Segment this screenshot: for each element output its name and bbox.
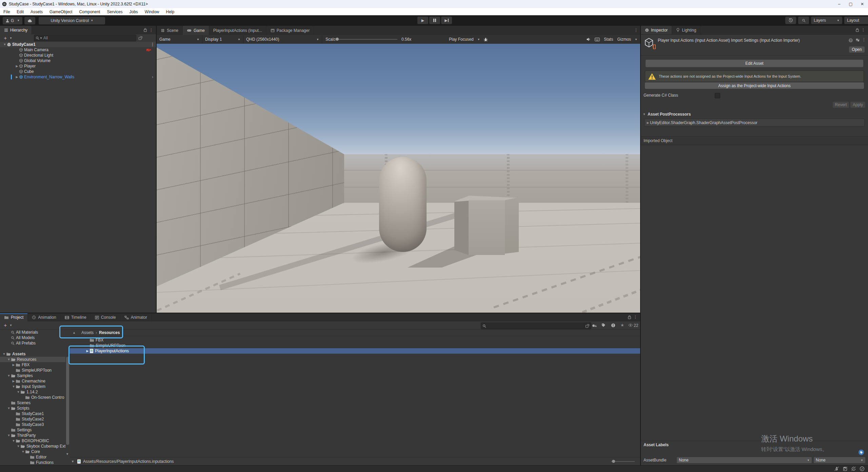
foldout-icon[interactable]: ▶ <box>85 349 90 353</box>
favorite-all-prefabs[interactable]: All Prefabs <box>0 340 65 346</box>
kebab-menu-icon[interactable]: ⋮ <box>860 27 867 32</box>
lock-icon[interactable] <box>143 28 147 32</box>
scrollbar-thumb[interactable] <box>66 357 69 445</box>
visibility-eye-icon[interactable] <box>628 323 633 327</box>
tree-folder-resources[interactable]: ▼Resources <box>0 357 65 362</box>
tab-animation[interactable]: Animation <box>28 313 60 321</box>
tree-folder-fbx[interactable]: ▶FBX <box>0 362 65 368</box>
assetbundle-variant-dropdown[interactable]: None▼ <box>814 457 865 463</box>
resolution-dropdown[interactable]: QHD (2560x1440)▼ <box>243 35 322 44</box>
help-icon[interactable]: ? <box>848 38 853 43</box>
revert-button[interactable]: Revert <box>833 102 849 108</box>
tab-console[interactable]: Console <box>91 313 120 321</box>
tree-folder-input-system[interactable]: ▼Input System <box>0 384 65 389</box>
foldout-icon[interactable]: ▼ <box>7 374 11 377</box>
create-add-button[interactable]: ＋ <box>3 35 8 41</box>
filter-by-type-icon[interactable] <box>592 323 597 327</box>
tree-folder-studycase3[interactable]: StudyCase3 <box>0 422 65 427</box>
hierarchy-item-main-camera[interactable]: Main Camera <box>0 47 156 53</box>
game-viewport[interactable] <box>157 44 640 313</box>
tree-folder-core[interactable]: ▼Core <box>0 449 65 454</box>
tab-playerinputactions-input-[interactable]: PlayerInputActions (Input... <box>209 26 267 35</box>
tree-folder-1-14-2[interactable]: ▼1.14.2 <box>0 389 65 395</box>
tree-folder-scripts[interactable]: ▼Scripts <box>0 406 65 411</box>
tab-scene[interactable]: Scene <box>157 26 183 35</box>
tree-folder-studycase2[interactable]: StudyCase2 <box>0 416 65 422</box>
hierarchy-item-cube[interactable]: Cube <box>0 69 156 74</box>
keyboard-icon[interactable] <box>595 38 600 41</box>
tree-folder-thirdparty[interactable]: ▼ThirdParty <box>0 433 65 438</box>
postprocessor-item[interactable]: ▶ UnityEditor.ShaderGraph.ShaderGraphAss… <box>644 119 865 126</box>
cache-server-disabled-icon[interactable] <box>843 466 848 471</box>
tree-folder-skybox-cubemap-ext[interactable]: ▼Skybox Cubemap Ext <box>0 444 65 449</box>
breadcrumb-assets[interactable]: Assets <box>81 330 94 335</box>
filter-by-label-icon[interactable] <box>601 323 606 327</box>
tree-folder-editor[interactable]: Editor <box>0 454 65 460</box>
tree-folder-samples[interactable]: ▼Samples <box>0 373 65 378</box>
asset-postprocessors-foldout[interactable]: ▼ Asset PostProcessors <box>642 112 691 117</box>
apply-button[interactable]: Apply <box>850 102 865 108</box>
favorite-all-materials[interactable]: All Materials <box>0 330 65 335</box>
foldout-icon[interactable]: ▶ <box>15 75 19 79</box>
hierarchy-item-environment-narrow-walls[interactable]: ▶Environment_Narrow_Walls› <box>0 74 156 80</box>
stats-button[interactable]: Stats <box>604 37 613 42</box>
favorite-all-models[interactable]: All Models <box>0 335 65 340</box>
chevron-down-icon[interactable]: ▼ <box>9 37 12 40</box>
kebab-menu-icon[interactable]: ⋮ <box>149 42 156 47</box>
breadcrumb-resources[interactable]: Resources <box>99 330 120 335</box>
thumbnail-zoom-slider-thumb[interactable] <box>612 460 615 463</box>
foldout-icon[interactable]: ▶ <box>15 64 19 68</box>
assetbundle-dropdown[interactable]: None▼ <box>677 457 812 463</box>
foldout-icon[interactable]: ▼ <box>16 390 20 394</box>
minimize-button[interactable]: – <box>833 0 845 8</box>
tab-game[interactable]: Game <box>183 26 209 35</box>
global-search-button[interactable] <box>798 17 809 24</box>
tree-folder-simpleurptoon[interactable]: SimpleURPToon <box>0 368 65 373</box>
maximize-button[interactable]: ▢ <box>845 0 856 8</box>
hidden-packages-icon[interactable] <box>611 323 615 328</box>
tab-inspector[interactable]: Inspector <box>641 26 672 34</box>
asset-item-simpleurptoon[interactable]: SimpleURPToon <box>70 343 640 348</box>
hierarchy-search-input[interactable]: ▼ All <box>34 35 136 41</box>
tab-animator[interactable]: Animator <box>120 313 152 321</box>
menu-gameobject[interactable]: GameObject <box>46 8 76 15</box>
play-focused-dropdown[interactable]: Play Focused▼ <box>449 37 480 42</box>
asset-item-playerinputactions[interactable]: ▶PlayerInputActions <box>70 348 640 354</box>
display-dropdown[interactable]: Display 1▼ <box>202 35 243 44</box>
version-control-dropdown[interactable]: Unity Version Control ▼ <box>39 17 105 24</box>
game-mode-dropdown[interactable]: Game▼ <box>157 35 202 44</box>
kebab-menu-icon[interactable]: ⋮ <box>148 28 155 33</box>
mute-audio-icon[interactable] <box>586 37 591 41</box>
kebab-menu-icon[interactable]: ⋮ <box>633 28 639 33</box>
tree-scrollbar[interactable]: ▼ <box>65 330 70 465</box>
scale-slider-track[interactable] <box>333 39 397 40</box>
debugger-disabled-icon[interactable] <box>834 466 839 471</box>
lock-icon[interactable] <box>628 315 631 319</box>
foldout-icon[interactable]: ▼ <box>12 385 16 388</box>
asset-item-fbx[interactable]: FBX <box>70 337 640 343</box>
tab-package-manager[interactable]: Package Manager <box>267 26 314 35</box>
foldout-icon[interactable]: ▼ <box>21 450 25 453</box>
menu-file[interactable]: File <box>0 8 13 15</box>
children-chevron-icon[interactable]: › <box>152 75 153 79</box>
scene-header-row[interactable]: ▼ StudyCase1 ⋮ <box>0 42 156 47</box>
hierarchy-item-player[interactable]: ▶Player <box>0 63 156 69</box>
favorites-star-icon[interactable]: ★ <box>620 323 624 328</box>
tab-lighting[interactable]: Lighting <box>672 26 701 34</box>
gizmos-dropdown[interactable]: Gizmos▼ <box>617 37 637 42</box>
open-search-window-icon[interactable] <box>585 324 590 328</box>
tree-folder-boxophobic[interactable]: ▼BOXOPHOBIC <box>0 438 65 444</box>
open-button[interactable]: Open <box>849 46 865 53</box>
bug-icon[interactable] <box>484 37 488 42</box>
pause-button[interactable] <box>429 17 440 24</box>
tree-folder-assets[interactable]: ▼Assets <box>0 351 65 357</box>
foldout-icon[interactable]: ▼ <box>7 358 11 361</box>
layers-dropdown[interactable]: Layers▼ <box>811 17 842 24</box>
foldout-icon[interactable]: ▼ <box>12 439 16 442</box>
foldout-icon[interactable]: ▼ <box>2 352 6 356</box>
menu-edit[interactable]: Edit <box>13 8 27 15</box>
menu-assets[interactable]: Assets <box>27 8 46 15</box>
play-button[interactable]: ▶ <box>417 17 428 24</box>
hierarchy-item-global-volume[interactable]: Global Volume <box>0 58 156 63</box>
menu-window[interactable]: Window <box>141 8 163 15</box>
